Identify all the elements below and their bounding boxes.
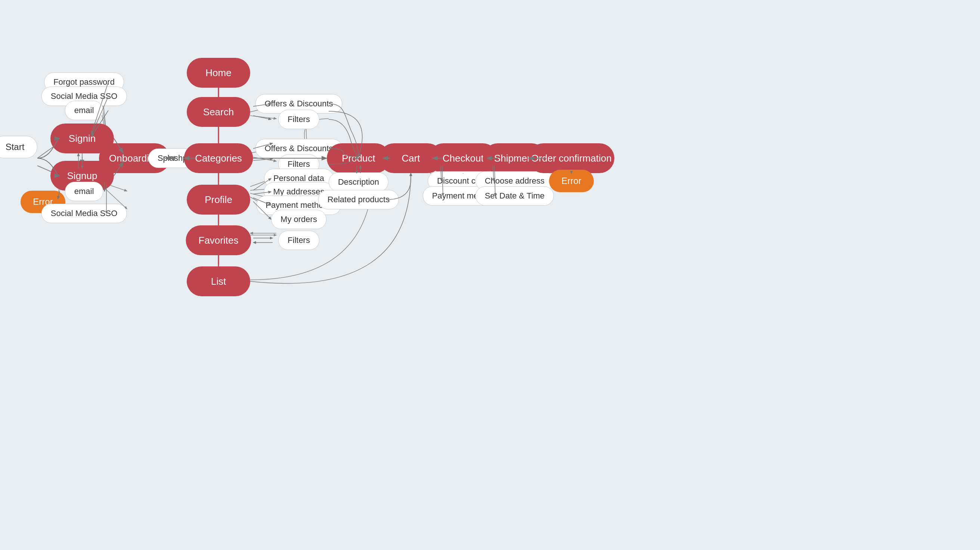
email-bottom-label: email xyxy=(74,187,94,196)
list-node[interactable]: List xyxy=(187,266,250,296)
error-order-node[interactable]: Error xyxy=(549,170,594,192)
social-sso-top-label: Social Media SSO xyxy=(51,92,118,101)
email-top-label: email xyxy=(74,106,94,115)
forgot-password-label: Forgot password xyxy=(53,77,115,87)
order-confirmation-node[interactable]: Order confirmation xyxy=(528,143,614,173)
filters-favorites-label: Filters xyxy=(288,235,310,245)
filters-cat-label: Filters xyxy=(288,159,310,169)
home-label: Home xyxy=(205,67,231,79)
choose-address-label: Choose address xyxy=(485,176,544,186)
checkout-label: Checkout xyxy=(442,153,484,164)
email-top-node[interactable]: email xyxy=(65,101,103,120)
profile-node[interactable]: Profile xyxy=(187,185,250,214)
search-label: Search xyxy=(203,106,234,118)
search-node[interactable]: Search xyxy=(187,97,250,127)
favorites-label: Favorites xyxy=(199,235,239,246)
flow-diagram: Start Signin Signup Error Forgot passwor… xyxy=(0,0,980,550)
categories-node[interactable]: Categories xyxy=(184,143,253,173)
signup-label: Signup xyxy=(67,170,97,182)
categories-label: Categories xyxy=(195,153,242,164)
home-node[interactable]: Home xyxy=(187,58,250,88)
social-sso-bottom-node[interactable]: Social Media SSO xyxy=(41,204,127,223)
my-orders-label: My orders xyxy=(280,214,317,224)
filters-search-node[interactable]: Filters xyxy=(278,110,319,129)
offers-discounts-cat-label: Offers & Discounts xyxy=(265,144,333,153)
related-products-label: Related products xyxy=(328,195,390,204)
signin-label: Signin xyxy=(69,133,95,144)
cart-label: Cart xyxy=(401,153,420,164)
favorites-node[interactable]: Favorites xyxy=(186,225,251,255)
my-orders-node[interactable]: My orders xyxy=(271,210,326,229)
filters-search-label: Filters xyxy=(288,114,310,124)
related-products-node[interactable]: Related products xyxy=(318,190,399,209)
description-label: Description xyxy=(338,177,379,187)
offers-discounts-search-label: Offers & Discounts xyxy=(265,99,333,109)
filters-favorites-node[interactable]: Filters xyxy=(278,231,319,250)
email-bottom-node[interactable]: email xyxy=(65,182,103,201)
profile-label: Profile xyxy=(205,194,232,206)
list-label: List xyxy=(211,276,226,287)
error-order-label: Error xyxy=(562,176,581,186)
svg-line-57 xyxy=(253,159,273,160)
set-date-time-label: Set Date & Time xyxy=(485,191,544,201)
social-sso-bottom-label: Social Media SSO xyxy=(51,209,118,218)
start-node[interactable]: Start xyxy=(0,136,37,158)
description-node[interactable]: Description xyxy=(329,173,388,192)
flow-lines xyxy=(0,0,980,550)
svg-line-59 xyxy=(253,116,271,119)
order-confirmation-label: Order confirmation xyxy=(531,153,611,164)
set-date-time-node[interactable]: Set Date & Time xyxy=(476,186,554,206)
start-label: Start xyxy=(6,142,25,152)
connections-svg xyxy=(0,0,980,550)
product-label: Product xyxy=(342,153,375,164)
svg-line-19 xyxy=(250,116,276,119)
